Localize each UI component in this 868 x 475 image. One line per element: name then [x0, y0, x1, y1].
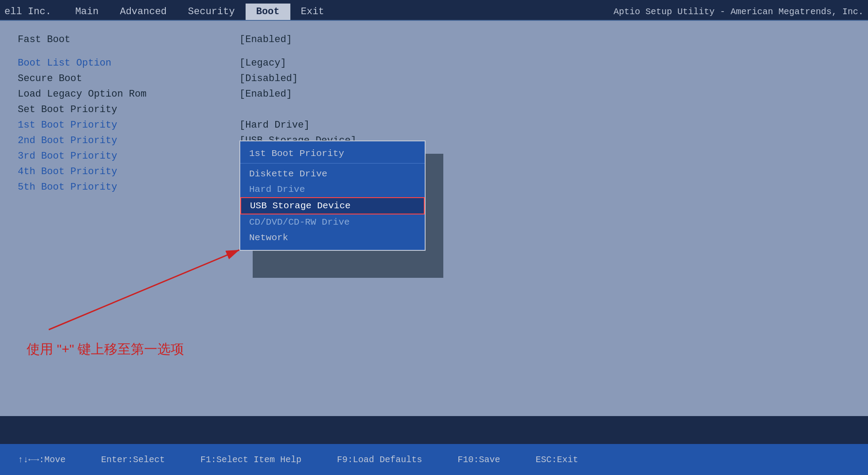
setting-label-9: 4th Boot Priority: [18, 166, 239, 177]
setting-value-2: [Legacy]: [239, 58, 286, 69]
bottom-item-5: ESC:Exit: [536, 455, 578, 465]
dropdown-item-2[interactable]: USB Storage Device: [240, 197, 425, 214]
dropdown-item-4[interactable]: Network: [240, 230, 425, 245]
setting-label-4: Load Legacy Option Rom: [18, 89, 239, 100]
tab-boot[interactable]: Boot: [246, 4, 290, 20]
setting-value-4: [Enabled]: [239, 89, 292, 100]
dropdown-item-1[interactable]: Hard Drive: [240, 182, 425, 197]
bottom-item-4: F10:Save: [457, 455, 500, 465]
setting-value-0: [Enabled]: [239, 34, 292, 45]
setting-value-3: [Disabled]: [239, 73, 298, 84]
setting-label-5: Set Boot Priority: [18, 104, 239, 115]
tab-security[interactable]: Security: [177, 4, 246, 20]
settings-row-6[interactable]: 1st Boot Priority[Hard Drive]: [18, 120, 850, 131]
vendor-name: ell Inc.: [0, 6, 51, 17]
bottom-item-3: F9:Load Defaults: [337, 455, 422, 465]
tab-main[interactable]: Main: [65, 4, 109, 20]
setting-label-3: Secure Boot: [18, 73, 239, 84]
utility-title: Aptio Setup Utility - American Megatrend…: [614, 7, 868, 17]
bottom-item-2: F1:Select Item Help: [200, 455, 301, 465]
setting-label-8: 3rd Boot Priority: [18, 151, 239, 162]
dropdown-item-3[interactable]: CD/DVD/CD-RW Drive: [240, 214, 425, 230]
main-content: Fast Boot[Enabled]Boot List Option[Legac…: [0, 21, 868, 416]
settings-row-2[interactable]: Boot List Option[Legacy]: [18, 58, 850, 69]
tab-exit[interactable]: Exit: [290, 4, 335, 20]
dropdown-title: 1st Boot Priority: [240, 146, 425, 164]
dropdown-item-0[interactable]: Diskette Drive: [240, 166, 425, 182]
tab-advanced[interactable]: Advanced: [109, 4, 177, 20]
bottom-item-0: ↑↓←→:Move: [18, 455, 66, 465]
setting-label-0: Fast Boot: [18, 34, 239, 45]
settings-row-5[interactable]: Set Boot Priority: [18, 104, 850, 115]
settings-row-4[interactable]: Load Legacy Option Rom[Enabled]: [18, 89, 850, 100]
top-bar: ell Inc. Main Advanced Security Boot Exi…: [0, 0, 868, 21]
setting-label-6: 1st Boot Priority: [18, 120, 239, 131]
setting-value-6: [Hard Drive]: [239, 120, 309, 131]
annotation-text: 使用 "+" 键上移至第一选项: [27, 340, 184, 358]
settings-row-3[interactable]: Secure Boot[Disabled]: [18, 73, 850, 84]
dropdown-items: Diskette DriveHard DriveUSB Storage Devi…: [240, 166, 425, 245]
bottom-bar: ↑↓←→:MoveEnter:SelectF1:Select Item Help…: [0, 444, 868, 475]
setting-label-2: Boot List Option: [18, 58, 239, 69]
svg-line-1: [49, 250, 239, 330]
bottom-item-1: Enter:Select: [101, 455, 165, 465]
nav-tabs: Main Advanced Security Boot Exit: [65, 4, 335, 20]
settings-row-0[interactable]: Fast Boot[Enabled]: [18, 34, 850, 45]
setting-label-10: 5th Boot Priority: [18, 182, 239, 193]
settings-row-7[interactable]: 2nd Boot Priority[USB Storage Device]: [18, 135, 850, 146]
dropdown-popup[interactable]: 1st Boot Priority Diskette DriveHard Dri…: [239, 140, 426, 251]
setting-label-7: 2nd Boot Priority: [18, 135, 239, 146]
annotation-arrow-svg: [22, 223, 266, 347]
